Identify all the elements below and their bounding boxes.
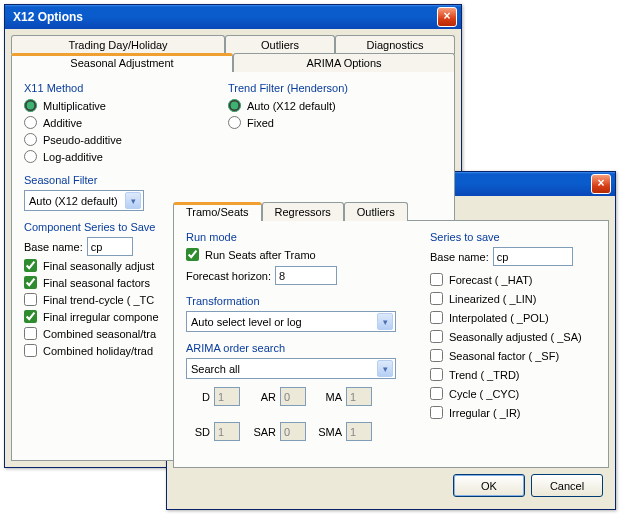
checkbox-series-2-label: Interpolated ( _POL) bbox=[449, 312, 549, 324]
tab-regressors[interactable]: Regressors bbox=[262, 202, 344, 221]
seasonal-filter-header: Seasonal Filter bbox=[24, 174, 204, 186]
close-icon[interactable]: × bbox=[437, 7, 457, 27]
tab-seasonal-adjustment[interactable]: Seasonal Adjustment bbox=[11, 53, 233, 72]
checkbox-run-seats[interactable] bbox=[186, 248, 199, 261]
checkbox-component-3-label: Final irregular compone bbox=[43, 311, 159, 323]
transformation-header: Transformation bbox=[186, 295, 406, 307]
series-to-save-header: Series to save bbox=[430, 231, 596, 243]
ts-basename-label: Base name: bbox=[430, 251, 489, 263]
sd-label: SD bbox=[186, 426, 210, 438]
checkbox-series-2[interactable] bbox=[430, 311, 443, 324]
checkbox-component-0[interactable] bbox=[24, 259, 37, 272]
radio-multiplicative[interactable] bbox=[24, 99, 37, 112]
checkbox-run-seats-label: Run Seats after Tramo bbox=[205, 249, 316, 261]
checkbox-component-5[interactable] bbox=[24, 344, 37, 357]
x12-tabs-row-back: Trading Day/Holiday Outliers Diagnostics bbox=[11, 35, 455, 54]
checkbox-series-4[interactable] bbox=[430, 349, 443, 362]
x11-method-header: X11 Method bbox=[24, 82, 204, 94]
checkbox-series-3-label: Seasonally adjusted ( _SA) bbox=[449, 331, 582, 343]
d-label: D bbox=[186, 391, 210, 403]
tab-trading-day-holiday[interactable]: Trading Day/Holiday bbox=[11, 35, 225, 54]
transformation-value: Auto select level or log bbox=[191, 316, 302, 328]
sma-input bbox=[346, 422, 372, 441]
chevron-down-icon: ▾ bbox=[125, 192, 141, 209]
ar-input bbox=[280, 387, 306, 406]
tab-outliers-ts[interactable]: Outliers bbox=[344, 202, 408, 221]
sd-input bbox=[214, 422, 240, 441]
radio-auto-label: Auto (X12 default) bbox=[247, 100, 336, 112]
checkbox-component-1-label: Final seasonal factors bbox=[43, 277, 150, 289]
radio-auto-x12-default[interactable] bbox=[228, 99, 241, 112]
radio-log-additive-label: Log-additive bbox=[43, 151, 103, 163]
ma-input bbox=[346, 387, 372, 406]
checkbox-component-3[interactable] bbox=[24, 310, 37, 323]
close-icon[interactable]: × bbox=[591, 174, 611, 194]
sar-label: SAR bbox=[252, 426, 276, 438]
checkbox-component-0-label: Final seasonally adjust bbox=[43, 260, 154, 272]
checkbox-series-6[interactable] bbox=[430, 387, 443, 400]
checkbox-component-2-label: Final trend-cycle ( _TC bbox=[43, 294, 154, 306]
checkbox-series-6-label: Cycle ( _CYC) bbox=[449, 388, 519, 400]
d-input bbox=[214, 387, 240, 406]
sma-label: SMA bbox=[318, 426, 342, 438]
x12-titlebar[interactable]: X12 Options × bbox=[5, 5, 461, 29]
chevron-down-icon: ▾ bbox=[377, 360, 393, 377]
radio-pseudo-additive-label: Pseudo-additive bbox=[43, 134, 122, 146]
x12-title: X12 Options bbox=[13, 10, 83, 24]
cancel-button[interactable]: Cancel bbox=[531, 474, 603, 497]
tab-diagnostics[interactable]: Diagnostics bbox=[335, 35, 455, 54]
radio-fixed[interactable] bbox=[228, 116, 241, 129]
checkbox-series-5[interactable] bbox=[430, 368, 443, 381]
arima-order-search-header: ARIMA order search bbox=[186, 342, 406, 354]
checkbox-component-5-label: Combined holiday/trad bbox=[43, 345, 153, 357]
radio-multiplicative-label: Multiplicative bbox=[43, 100, 106, 112]
forecast-horizon-label: Forecast horizon: bbox=[186, 270, 271, 282]
checkbox-component-2[interactable] bbox=[24, 293, 37, 306]
arima-search-value: Search all bbox=[191, 363, 240, 375]
seasonal-filter-value: Auto (X12 default) bbox=[29, 195, 118, 207]
checkbox-series-7-label: Irregular ( _IR) bbox=[449, 407, 521, 419]
tramo-seats-options-window: TRAMO/SEATS Options × Tramo/Seats Regres… bbox=[166, 171, 616, 510]
radio-additive[interactable] bbox=[24, 116, 37, 129]
checkbox-series-0-label: Forecast ( _HAT) bbox=[449, 274, 533, 286]
tab-outliers[interactable]: Outliers bbox=[225, 35, 335, 54]
x12-tabs-row-front: Seasonal Adjustment ARIMA Options bbox=[11, 53, 455, 72]
basename-label: Base name: bbox=[24, 241, 83, 253]
chevron-down-icon: ▾ bbox=[377, 313, 393, 330]
transformation-select[interactable]: Auto select level or log ▾ bbox=[186, 311, 396, 332]
ar-label: AR bbox=[252, 391, 276, 403]
tab-arima-options[interactable]: ARIMA Options bbox=[233, 53, 455, 72]
tab-tramo-seats[interactable]: Tramo/Seats bbox=[173, 202, 262, 221]
radio-log-additive[interactable] bbox=[24, 150, 37, 163]
ts-basename-input[interactable] bbox=[493, 247, 573, 266]
checkbox-series-0[interactable] bbox=[430, 273, 443, 286]
checkbox-series-1[interactable] bbox=[430, 292, 443, 305]
radio-pseudo-additive[interactable] bbox=[24, 133, 37, 146]
checkbox-series-3[interactable] bbox=[430, 330, 443, 343]
run-mode-header: Run mode bbox=[186, 231, 406, 243]
checkbox-component-4[interactable] bbox=[24, 327, 37, 340]
radio-additive-label: Additive bbox=[43, 117, 82, 129]
ts-tabs: Tramo/Seats Regressors Outliers bbox=[173, 202, 609, 221]
seasonal-filter-select[interactable]: Auto (X12 default) ▾ bbox=[24, 190, 144, 211]
arima-search-select[interactable]: Search all ▾ bbox=[186, 358, 396, 379]
sar-input bbox=[280, 422, 306, 441]
checkbox-component-1[interactable] bbox=[24, 276, 37, 289]
checkbox-series-4-label: Seasonal factor ( _SF) bbox=[449, 350, 559, 362]
basename-input[interactable] bbox=[87, 237, 133, 256]
ma-label: MA bbox=[318, 391, 342, 403]
checkbox-series-1-label: Linearized ( _LIN) bbox=[449, 293, 536, 305]
checkbox-series-5-label: Trend ( _TRD) bbox=[449, 369, 520, 381]
ok-button[interactable]: OK bbox=[453, 474, 525, 497]
radio-fixed-label: Fixed bbox=[247, 117, 274, 129]
trend-filter-header: Trend Filter (Henderson) bbox=[228, 82, 442, 94]
checkbox-component-4-label: Combined seasonal/tra bbox=[43, 328, 156, 340]
checkbox-series-7[interactable] bbox=[430, 406, 443, 419]
forecast-horizon-input[interactable] bbox=[275, 266, 337, 285]
